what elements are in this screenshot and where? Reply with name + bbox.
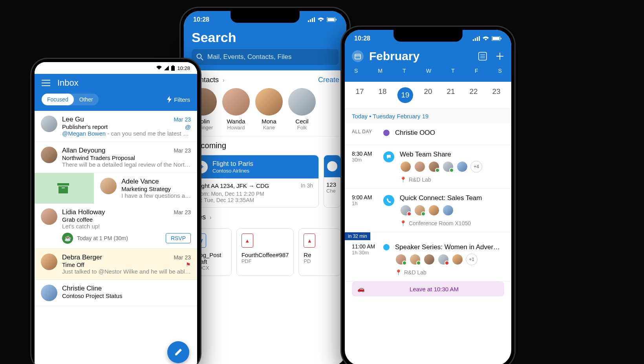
leave-bar[interactable]: 🚗 Leave at 10:30 AM (352, 281, 504, 296)
contact-card[interactable]: CecilFolk (288, 88, 316, 131)
calendar-account-icon[interactable] (352, 50, 364, 62)
search-input[interactable] (207, 53, 334, 61)
menu-icon[interactable] (42, 80, 50, 86)
weekday-row: SMTWTFS (352, 63, 504, 77)
file-card[interactable]: ▲FourthCoffee#987PDF (236, 228, 294, 276)
status-time: 10:28 (193, 16, 209, 23)
event-dot (383, 130, 390, 136)
svg-rect-5 (59, 186, 68, 193)
event-title: Web Team Share (400, 151, 504, 158)
rsvp-button[interactable]: RSVP (166, 233, 191, 243)
more-attendees[interactable]: +1 (466, 254, 478, 265)
filters-button[interactable]: Filters (167, 96, 190, 103)
cal-date-selected[interactable]: 19 (397, 87, 413, 103)
status-time: 10:28 (177, 65, 190, 71)
upcoming-section-header[interactable]: Upcoming (184, 136, 346, 155)
compose-button[interactable] (167, 341, 189, 363)
inbox-header: Inbox Focused Other Filters (35, 74, 197, 111)
archive-icon[interactable] (35, 183, 91, 193)
svg-rect-22 (501, 38, 501, 39)
contact-card[interactable]: MonaKane (255, 88, 283, 131)
search-phone: 10:28 Search Contacts › Create ColinBall… (181, 8, 349, 364)
inbox-title: Inbox (57, 78, 79, 88)
attendee-avatar (423, 254, 435, 265)
files-section-header[interactable]: Files › (184, 208, 346, 225)
search-icon (196, 53, 203, 61)
pencil-icon (174, 348, 183, 357)
file-card-partial[interactable]: ▲RePD (298, 228, 341, 276)
attendee-avatar (452, 254, 463, 265)
attendee-avatar (395, 254, 407, 265)
svg-line-15 (201, 58, 203, 60)
pdf-file-icon: ▲ (304, 233, 315, 248)
calendar-month-title[interactable]: February (369, 50, 419, 63)
card-icon (327, 161, 337, 171)
cal-date[interactable]: 22 (466, 87, 481, 103)
cal-date[interactable]: 23 (488, 87, 504, 103)
more-attendees[interactable]: +4 (470, 161, 482, 173)
car-icon: 🚗 (357, 285, 365, 292)
attendee-avatar (400, 204, 412, 216)
cal-date[interactable]: 21 (443, 87, 459, 103)
cal-date[interactable]: 17 (352, 87, 368, 103)
attendee-avatar (442, 204, 454, 216)
location-icon: 📍 (400, 220, 406, 226)
mail-item[interactable]: Christie Cline Contoso Project Status (35, 280, 197, 306)
contact-card[interactable]: WandaHoward (222, 88, 250, 131)
flight-card[interactable]: ✈ Flight to ParisContoso Airlines Flight… (189, 155, 319, 208)
event-title: Christie OOO (395, 129, 435, 137)
create-contact-link[interactable]: Create (318, 76, 339, 84)
status-time: 10:28 (354, 35, 370, 42)
mail-subject: Grab coffee (62, 216, 191, 223)
mail-item[interactable]: Allan Deyoung Mar 23 Northwind Traders P… (35, 142, 197, 173)
chevron-right-icon: › (221, 77, 225, 83)
mail-item-flagged[interactable]: Debra Berger Mar 23 Time Off ⚑ Just talk… (35, 249, 197, 280)
attendee-row: +1 (395, 254, 504, 265)
svg-rect-23 (355, 54, 360, 59)
mail-item[interactable]: Lidia Holloway Mar 23 Grab coffee Let's … (35, 204, 197, 249)
attendee-avatar (409, 254, 421, 265)
search-header: Search (184, 28, 346, 70)
notch (231, 11, 300, 23)
agenda-item[interactable]: 11:00 AM1h 30m Speaker Series: Women in … (345, 242, 511, 281)
mail-date: Mar 23 (174, 147, 191, 154)
agenda-item[interactable]: 8:30 AM30m Web Team Share +4 📍R&D Lab (345, 145, 511, 189)
pdf-file-icon: ▲ (242, 233, 253, 248)
upcoming-cards: ✈ Flight to ParisContoso Airlines Flight… (184, 155, 346, 208)
svg-rect-13 (336, 19, 337, 20)
mail-preview: Just talked to @Nestor Wilke and he will… (62, 268, 191, 275)
svg-rect-1 (171, 66, 175, 71)
svg-rect-10 (314, 17, 315, 22)
cal-date[interactable]: 20 (420, 87, 436, 103)
avatar (41, 285, 57, 301)
cal-date[interactable]: 18 (375, 87, 390, 103)
attendee-avatar (414, 204, 426, 216)
event-title: Speaker Series: Women in Adver… (395, 243, 504, 251)
chat-icon (383, 151, 394, 162)
contacts-section-header[interactable]: Contacts › Create (184, 70, 346, 88)
mail-item[interactable]: Lee Gu Mar 23 Publisher's report @ @Mega… (35, 111, 197, 142)
contacts-row: ColinBallinger WandaHoward MonaKane Ceci… (184, 88, 346, 136)
flag-icon: ⚑ (186, 261, 191, 268)
tab-other[interactable]: Other (74, 94, 99, 105)
add-event-icon[interactable] (496, 52, 504, 61)
location-icon: 📍 (395, 269, 402, 276)
avatar (41, 116, 57, 132)
event-dot (383, 244, 390, 250)
all-day-row[interactable]: ALL DAY Christie OOO (345, 123, 511, 145)
svg-rect-6 (62, 188, 65, 188)
attendee-avatar (442, 161, 454, 173)
event-icon: ☕ (62, 233, 73, 244)
mail-sender: Allan Deyoung (62, 147, 106, 154)
upcoming-card-partial[interactable]: 123Che (324, 155, 341, 208)
search-box[interactable] (192, 49, 338, 65)
signal-icon (308, 17, 315, 22)
mail-item-swiped[interactable]: Adele Vance Marketing Strategy I have a … (35, 173, 197, 204)
tab-focused[interactable]: Focused (42, 94, 74, 105)
agenda-view-icon[interactable] (478, 52, 487, 61)
attendee-avatar (456, 161, 468, 173)
svg-rect-7 (308, 20, 309, 22)
agenda-item[interactable]: 9:00 AM1h Quick Connect: Sales Team 📍Con… (345, 189, 511, 232)
avatar (100, 178, 117, 194)
svg-rect-17 (475, 38, 476, 41)
